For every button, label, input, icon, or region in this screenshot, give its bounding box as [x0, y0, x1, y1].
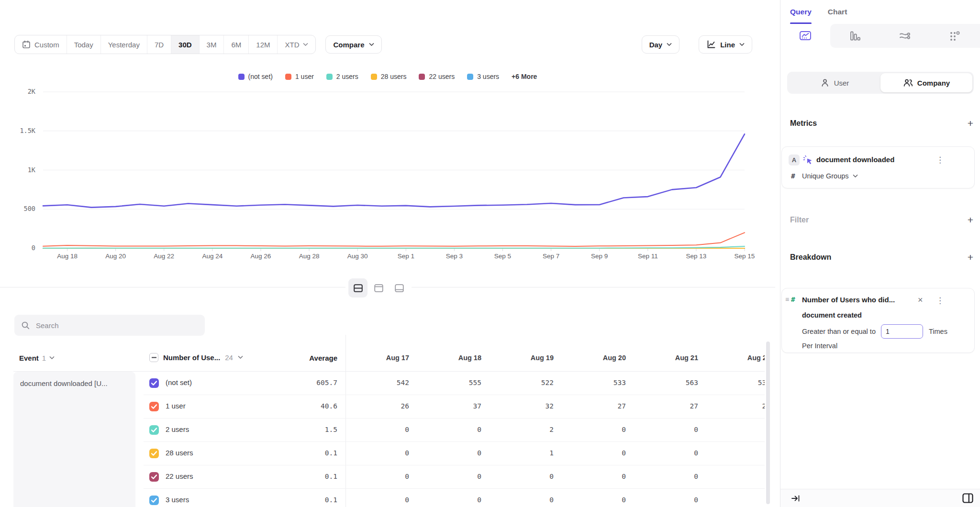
breakdown-property-name[interactable]: Number of Users who did... — [802, 296, 895, 304]
range-button-7d[interactable]: 7D — [147, 35, 171, 54]
metric-card[interactable]: A document downloaded ⋮ # Unique Groups — [781, 146, 975, 188]
condition-label[interactable]: Greater than or equal to — [802, 328, 876, 335]
drag-handle-icon[interactable]: ≡ — [785, 296, 789, 303]
x-tick-label: Aug 28 — [288, 253, 331, 260]
breakdown-section-header: Breakdown + — [790, 252, 973, 263]
aggregation-selector[interactable]: Unique Groups — [802, 172, 858, 180]
search-box[interactable] — [14, 315, 205, 336]
event-name-cell[interactable]: document downloaded [U... — [13, 372, 135, 507]
table-row: 28 users0.1001000 — [144, 442, 765, 465]
series-line--not-set- — [43, 134, 745, 207]
add-metric-button[interactable]: + — [968, 119, 973, 128]
average-value: 605.7 — [266, 379, 337, 386]
split-view-icon — [354, 284, 363, 292]
close-icon[interactable]: × — [918, 295, 923, 305]
table-row: 22 users0.1000000 — [144, 465, 765, 489]
x-tick-label: Aug 18 — [46, 253, 89, 260]
check-icon — [151, 404, 157, 409]
cell-value: 0 — [554, 426, 626, 433]
series-checkbox[interactable] — [149, 402, 159, 411]
per-interval-label[interactable]: Per Interval — [802, 342, 837, 350]
layout-split-button[interactable] — [348, 278, 368, 298]
tab-query[interactable]: Query — [790, 0, 812, 24]
cell-value: 0 — [554, 496, 626, 504]
range-button-today[interactable]: Today — [67, 35, 100, 54]
table-body: (not set)605.75425555225335635361 user40… — [144, 372, 765, 507]
range-button-custom[interactable]: Custom — [15, 35, 67, 54]
date-column-header: Aug 22 — [699, 354, 765, 362]
report-retention-tab[interactable] — [930, 24, 980, 48]
filter-title: Filter — [790, 216, 809, 224]
series-checkbox[interactable] — [149, 425, 159, 435]
user-icon — [820, 78, 830, 88]
x-tick-label: Sep 11 — [626, 253, 669, 260]
check-icon — [151, 474, 157, 480]
series-name: 1 user — [166, 402, 186, 410]
tab-chart[interactable]: Chart — [828, 0, 847, 24]
x-tick-label: Aug 24 — [191, 253, 234, 260]
range-button-yesterday[interactable]: Yesterday — [100, 35, 147, 54]
layout-chart-only-button[interactable] — [369, 278, 388, 298]
metric-event-name[interactable]: document downloaded — [816, 155, 894, 164]
table-header: Event 1 Number of Use... 24 Average Aug … — [0, 347, 780, 371]
series-checkbox[interactable] — [149, 449, 159, 458]
x-tick-label: Aug 30 — [336, 253, 379, 260]
table-row: 2 users1.5002000 — [144, 419, 765, 442]
x-tick-label: Sep 5 — [481, 253, 524, 260]
scope-company-option[interactable]: Company — [880, 73, 972, 92]
users-icon — [903, 78, 913, 88]
range-label: 12M — [256, 41, 270, 49]
range-button-12m[interactable]: 12M — [248, 35, 277, 54]
cell-value: 555 — [410, 379, 481, 386]
cell-value: 37 — [410, 402, 481, 410]
table-row: 1 user40.6263732272728 — [144, 395, 765, 419]
collapse-sidebar-icon[interactable] — [791, 494, 801, 503]
report-funnels-tab[interactable] — [830, 24, 880, 48]
range-button-30d[interactable]: 30D — [171, 35, 199, 54]
check-icon — [151, 380, 157, 386]
flows-icon — [899, 30, 911, 42]
layout-table-only-button[interactable] — [390, 278, 409, 298]
line-chart — [0, 67, 775, 258]
chart-type-button[interactable]: Line — [699, 35, 752, 54]
report-flows-tab[interactable] — [880, 24, 930, 48]
average-value: 40.6 — [266, 402, 337, 410]
series-checkbox[interactable] — [149, 378, 159, 388]
table-scrollbar[interactable] — [766, 342, 770, 504]
panel-layout-icon[interactable] — [962, 493, 973, 503]
sidebar-tabs: Query Chart — [780, 0, 980, 24]
range-label: Today — [74, 41, 93, 49]
app-root: CustomTodayYesterday7D30D3M6M12MXTD Comp… — [0, 0, 980, 507]
query-sidebar: Query Chart User C — [780, 0, 980, 507]
breakdown-card[interactable]: ≡ # Number of Users who did... × ⋮ docum… — [781, 288, 975, 353]
kebab-menu-icon[interactable]: ⋮ — [936, 155, 944, 165]
range-label: 7D — [155, 41, 164, 49]
series-name: 3 users — [166, 496, 189, 504]
scope-user-option[interactable]: User — [789, 73, 880, 92]
layout-toggle-group — [345, 277, 412, 299]
search-input[interactable] — [35, 321, 198, 330]
report-insights-tab[interactable] — [780, 24, 830, 48]
kebab-menu-icon[interactable]: ⋮ — [936, 296, 944, 306]
range-button-6m[interactable]: 6M — [223, 35, 248, 54]
range-button-3m[interactable]: 3M — [199, 35, 224, 54]
range-label: Custom — [34, 41, 59, 49]
granularity-button[interactable]: Day — [642, 35, 680, 54]
compare-button[interactable]: Compare — [325, 35, 381, 54]
x-tick-label: Sep 13 — [675, 253, 718, 260]
times-input[interactable] — [881, 324, 923, 339]
event-column-header[interactable]: Event 1 — [19, 354, 55, 362]
series-checkbox[interactable] — [149, 496, 159, 505]
cell-value: 536 — [699, 379, 765, 386]
series-name: 22 users — [166, 472, 193, 480]
add-breakdown-button[interactable]: + — [968, 253, 973, 262]
cell-value: 0 — [410, 426, 481, 433]
cell-value: 0 — [699, 473, 765, 480]
range-label: 6M — [231, 41, 241, 49]
x-tick-label: Aug 26 — [239, 253, 282, 260]
series-checkbox[interactable] — [149, 472, 159, 482]
range-button-xtd[interactable]: XTD — [277, 35, 315, 54]
average-value: 0.1 — [266, 473, 337, 480]
metric-aggregation-row: # Unique Groups — [782, 172, 974, 182]
add-filter-button[interactable]: + — [968, 215, 973, 225]
